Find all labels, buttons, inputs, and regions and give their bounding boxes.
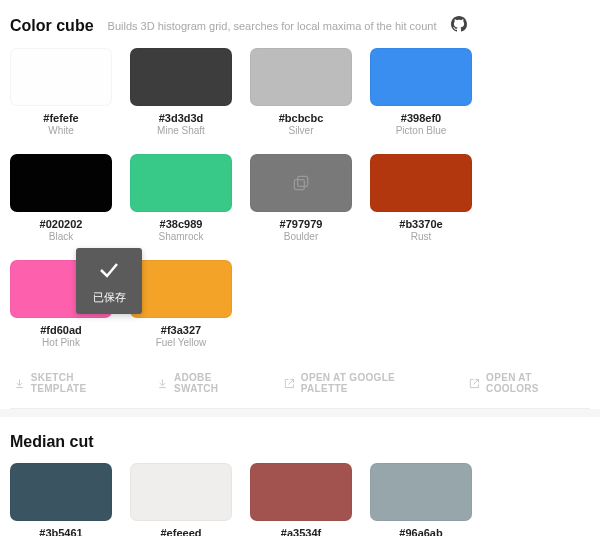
google-palette-link[interactable]: OPEN AT GOOGLE PALETTE [284, 372, 443, 394]
swatch-hex: #fd60ad [40, 324, 82, 336]
swatch-name: Rust [411, 231, 432, 242]
swatch-hex: #bcbcbc [279, 112, 324, 124]
color-swatch[interactable] [250, 48, 352, 106]
swatch-card[interactable]: #fefefeWhite [10, 48, 112, 136]
color-swatch[interactable] [370, 463, 472, 521]
swatch-hex: #efeeed [161, 527, 202, 536]
swatch-card[interactable]: #020202Black [10, 154, 112, 242]
swatch-name: Black [49, 231, 73, 242]
section-title: Color cube [10, 17, 94, 35]
action-label: ADOBE SWATCH [174, 372, 258, 394]
section-desc: Builds 3D histogram grid, searches for l… [108, 20, 437, 32]
swatch-card[interactable]: #efeeedGallery [130, 463, 232, 536]
saved-toast: 已保存 [76, 248, 142, 314]
swatch-card[interactable]: #a3534fMatrix [250, 463, 352, 536]
swatch-card[interactable]: #398ef0Picton Blue [370, 48, 472, 136]
swatch-name: Hot Pink [42, 337, 80, 348]
swatch-hex: #398ef0 [401, 112, 441, 124]
sketch-template-link[interactable]: SKETCH TEMPLATE [14, 372, 131, 394]
coolors-link[interactable]: OPEN AT COOLORS [469, 372, 586, 394]
swatch-card[interactable]: #797979Boulder [250, 154, 352, 242]
color-swatch[interactable] [130, 154, 232, 212]
action-label: SKETCH TEMPLATE [31, 372, 131, 394]
color-swatch[interactable] [10, 154, 112, 212]
github-icon[interactable] [451, 16, 467, 36]
section-header: Color cube Builds 3D histogram grid, sea… [10, 16, 590, 36]
swatch-card[interactable]: #b3370eRust [370, 154, 472, 242]
color-swatch[interactable] [130, 48, 232, 106]
swatch-hex: #a3534f [281, 527, 321, 536]
color-swatch[interactable] [250, 463, 352, 521]
swatch-card[interactable]: #96a6abHit Gray [370, 463, 472, 536]
action-label: OPEN AT GOOGLE PALETTE [301, 372, 443, 394]
swatch-name: Shamrock [158, 231, 203, 242]
color-swatch[interactable] [130, 260, 232, 318]
color-swatch[interactable] [250, 154, 352, 212]
swatch-name: Boulder [284, 231, 318, 242]
swatch-hex: #96a6ab [399, 527, 442, 536]
swatch-hex: #38c989 [160, 218, 203, 230]
svg-rect-0 [298, 176, 308, 186]
swatch-name: Picton Blue [396, 125, 447, 136]
swatch-card[interactable]: #38c989Shamrock [130, 154, 232, 242]
swatch-hex: #b3370e [399, 218, 442, 230]
color-swatch[interactable] [370, 48, 472, 106]
swatch-card[interactable]: #3b5461Fiord [10, 463, 112, 536]
swatch-name: White [48, 125, 74, 136]
swatch-name: Fuel Yellow [156, 337, 207, 348]
toast-label: 已保存 [93, 290, 126, 305]
swatch-name: Mine Shaft [157, 125, 205, 136]
svg-rect-1 [294, 180, 304, 190]
color-cube-section: Color cube Builds 3D histogram grid, sea… [0, 0, 600, 409]
action-bar: SKETCH TEMPLATE ADOBE SWATCH OPEN AT GOO… [10, 354, 590, 409]
swatch-hex: #020202 [40, 218, 83, 230]
adobe-swatch-link[interactable]: ADOBE SWATCH [157, 372, 258, 394]
swatch-hex: #f3a327 [161, 324, 201, 336]
section-header: Median cut [10, 433, 590, 451]
swatch-hex: #3d3d3d [159, 112, 204, 124]
swatch-card[interactable]: #bcbcbcSilver [250, 48, 352, 136]
swatch-hex: #3b5461 [39, 527, 82, 536]
color-swatch[interactable] [10, 463, 112, 521]
swatch-grid: #3b5461Fiord#efeeedGallery#a3534fMatrix#… [10, 463, 590, 536]
swatch-card[interactable]: #3d3d3dMine Shaft [130, 48, 232, 136]
swatch-hex: #fefefe [43, 112, 78, 124]
swatch-card[interactable]: #f3a327Fuel Yellow [130, 260, 232, 348]
swatch-name: Silver [288, 125, 313, 136]
copy-icon [291, 173, 311, 193]
action-label: OPEN AT COOLORS [486, 372, 586, 394]
section-divider [0, 409, 600, 417]
color-swatch[interactable] [10, 48, 112, 106]
swatch-hex: #797979 [280, 218, 323, 230]
median-cut-section: Median cut #3b5461Fiord#efeeedGallery#a3… [0, 417, 600, 536]
color-swatch[interactable] [130, 463, 232, 521]
color-swatch[interactable] [370, 154, 472, 212]
check-icon [97, 258, 121, 286]
section-title: Median cut [10, 433, 94, 451]
